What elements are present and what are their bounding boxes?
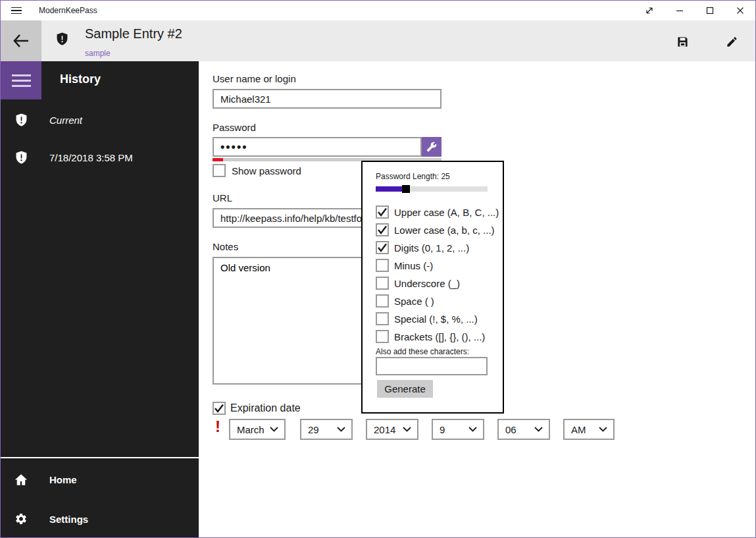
diagonal-resize-icon bbox=[645, 6, 654, 15]
checkmark-icon bbox=[377, 243, 388, 252]
brackets-checkbox[interactable] bbox=[376, 330, 389, 343]
year-value: 2014 bbox=[374, 424, 395, 435]
entry-shield-icon bbox=[56, 32, 68, 46]
maximize-icon bbox=[706, 7, 714, 14]
special-label: Special (!, $, %, ...) bbox=[394, 313, 478, 325]
also-add-label: Also add these characters: bbox=[376, 347, 469, 356]
month-select[interactable]: March bbox=[229, 419, 286, 440]
lower-case-label: Lower case (a, b, c, ...) bbox=[394, 225, 495, 236]
shield-icon bbox=[14, 113, 28, 127]
page-header: Sample Entry #2 sample bbox=[1, 20, 755, 61]
save-icon bbox=[676, 36, 689, 48]
gear-icon bbox=[14, 512, 28, 525]
history-item-label: Current bbox=[49, 115, 82, 126]
page-title: Sample Entry #2 bbox=[85, 26, 182, 41]
notes-label: Notes bbox=[213, 240, 238, 254]
brackets-label: Brackets ([], {}, (), ...) bbox=[394, 331, 485, 342]
upper-case-checkbox[interactable] bbox=[376, 205, 389, 219]
day-value: 29 bbox=[308, 424, 319, 435]
username-label: User name or login bbox=[213, 72, 296, 86]
checkmark-icon bbox=[214, 404, 224, 413]
entry-group-subtitle: sample bbox=[85, 49, 111, 58]
password-length-slider[interactable] bbox=[376, 186, 488, 192]
save-button[interactable] bbox=[675, 34, 690, 49]
back-arrow-icon bbox=[13, 34, 30, 48]
wrench-icon bbox=[426, 142, 437, 152]
show-password-label: Show password bbox=[232, 165, 301, 176]
checkmark-icon bbox=[377, 225, 388, 234]
maximize-button[interactable] bbox=[695, 1, 725, 20]
chevron-down-icon bbox=[468, 427, 477, 432]
checkmark-icon bbox=[377, 207, 388, 217]
pane-section-title: History bbox=[60, 72, 101, 86]
chevron-down-icon bbox=[534, 427, 543, 432]
minute-value: 06 bbox=[505, 424, 517, 435]
username-input[interactable] bbox=[213, 89, 441, 109]
minus-checkbox[interactable] bbox=[376, 259, 389, 272]
ampm-select[interactable]: AM bbox=[563, 419, 615, 440]
navigation-pane: History Current 7/18/2018 3:5 bbox=[1, 61, 199, 537]
sidebar-item-home[interactable]: Home bbox=[1, 466, 199, 493]
back-button[interactable] bbox=[1, 20, 41, 61]
year-select[interactable]: 2014 bbox=[366, 419, 418, 440]
edit-button[interactable] bbox=[724, 34, 739, 49]
password-generator-popup: Password Length: 25 Upper case (A, B, C,… bbox=[361, 161, 504, 414]
history-item-current[interactable]: Current bbox=[1, 107, 199, 133]
password-length-label: Password Length: 25 bbox=[376, 172, 450, 181]
hour-select[interactable]: 9 bbox=[432, 419, 484, 440]
pencil-icon bbox=[726, 36, 738, 48]
upper-case-label: Upper case (A, B, C, ...) bbox=[394, 207, 499, 218]
titlebar-hamburger-icon[interactable] bbox=[1, 1, 23, 20]
digits-label: Digits (0, 1, 2, ...) bbox=[394, 242, 469, 254]
chevron-down-icon bbox=[403, 427, 411, 432]
password-label: Password bbox=[213, 121, 256, 134]
minus-label: Minus (-) bbox=[394, 260, 433, 271]
expired-warning-icon: ! bbox=[215, 417, 220, 436]
hour-value: 9 bbox=[440, 424, 445, 435]
close-button[interactable] bbox=[725, 1, 755, 20]
slider-thumb[interactable] bbox=[402, 185, 410, 193]
show-password-checkbox[interactable] bbox=[213, 164, 226, 177]
pane-separator bbox=[1, 457, 199, 458]
fullscreen-button[interactable] bbox=[634, 1, 665, 20]
history-item-entry[interactable]: 7/18/2018 3:58 PM bbox=[1, 144, 199, 171]
sidebar-item-label: Settings bbox=[49, 514, 88, 525]
pane-hamburger-button[interactable] bbox=[1, 61, 41, 99]
sidebar-item-label: Home bbox=[49, 474, 77, 485]
slider-fill bbox=[376, 186, 402, 192]
month-value: March bbox=[237, 424, 265, 435]
app-title: ModernKeePass bbox=[39, 6, 97, 15]
titlebar: ModernKeePass bbox=[1, 1, 755, 20]
password-input[interactable] bbox=[213, 137, 422, 157]
special-checkbox[interactable] bbox=[376, 312, 389, 325]
generate-password-button[interactable] bbox=[422, 137, 441, 157]
day-select[interactable]: 29 bbox=[300, 419, 353, 440]
minimize-button[interactable] bbox=[665, 1, 695, 20]
expiration-label: Expiration date bbox=[230, 402, 301, 414]
app-window: ModernKeePass bbox=[0, 0, 756, 538]
shield-icon bbox=[14, 150, 28, 165]
also-add-input[interactable] bbox=[376, 357, 488, 375]
underscore-label: Underscore (_) bbox=[394, 278, 460, 289]
chevron-down-icon bbox=[599, 427, 607, 432]
chevron-down-icon bbox=[337, 427, 345, 432]
digits-checkbox[interactable] bbox=[376, 241, 389, 254]
lower-case-checkbox[interactable] bbox=[376, 223, 389, 236]
minimize-icon bbox=[676, 7, 684, 14]
entry-form: User name or login Password Show pas bbox=[199, 61, 755, 537]
password-strength-fill bbox=[213, 158, 223, 161]
history-item-label: 7/18/2018 3:58 PM bbox=[49, 152, 133, 163]
space-checkbox[interactable] bbox=[376, 294, 389, 308]
minute-select[interactable]: 06 bbox=[497, 419, 550, 440]
url-label: URL bbox=[213, 192, 232, 205]
sidebar-item-settings[interactable]: Settings bbox=[1, 506, 199, 532]
close-icon bbox=[736, 7, 744, 14]
generate-button[interactable]: Generate bbox=[377, 380, 433, 398]
underscore-checkbox[interactable] bbox=[376, 277, 389, 290]
chevron-down-icon bbox=[270, 427, 278, 432]
space-label: Space ( ) bbox=[394, 296, 434, 307]
home-icon bbox=[14, 473, 28, 486]
ampm-value: AM bbox=[571, 424, 586, 435]
expiration-checkbox[interactable] bbox=[213, 402, 226, 415]
